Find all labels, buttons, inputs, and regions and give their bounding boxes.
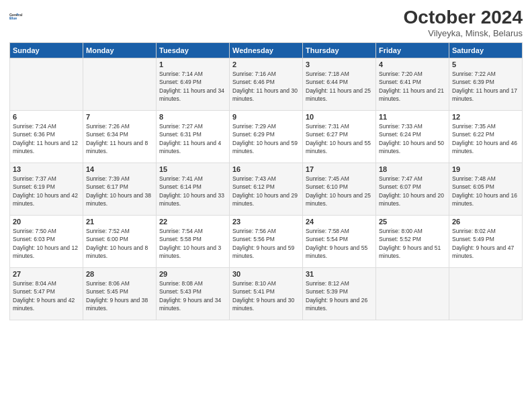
daylight-text: Daylight: 10 hours and 29 minutes. xyxy=(232,192,298,207)
sunrise-text: Sunrise: 8:02 AM xyxy=(452,228,496,234)
sunset-text: Sunset: 5:52 PM xyxy=(379,236,421,242)
sunrise-text: Sunrise: 7:24 AM xyxy=(13,123,56,130)
day-info: Sunrise: 7:22 AM Sunset: 6:39 PM Dayligh… xyxy=(452,70,519,103)
day-number: 29 xyxy=(159,270,226,278)
day-number: 15 xyxy=(159,165,226,173)
daylight-text: Daylight: 9 hours and 38 minutes. xyxy=(86,297,148,312)
day-info: Sunrise: 7:18 AM Sunset: 6:44 PM Dayligh… xyxy=(306,70,373,103)
calendar-body: 1 Sunrise: 7:14 AM Sunset: 6:49 PM Dayli… xyxy=(10,58,523,320)
svg-text:Blue: Blue xyxy=(9,16,17,20)
daylight-text: Daylight: 10 hours and 25 minutes. xyxy=(306,192,371,207)
daylight-text: Daylight: 9 hours and 26 minutes. xyxy=(306,297,367,312)
sunset-text: Sunset: 5:49 PM xyxy=(452,236,494,242)
sunset-text: Sunset: 6:10 PM xyxy=(306,183,348,190)
day-number: 19 xyxy=(452,165,519,173)
sunrise-text: Sunrise: 7:27 AM xyxy=(159,123,203,130)
sunset-text: Sunset: 6:36 PM xyxy=(13,131,55,138)
daylight-text: Daylight: 9 hours and 59 minutes. xyxy=(232,244,294,259)
sunset-text: Sunset: 6:19 PM xyxy=(13,183,55,190)
sunset-text: Sunset: 5:39 PM xyxy=(306,288,348,295)
day-number: 28 xyxy=(86,270,153,278)
day-info: Sunrise: 7:50 AM Sunset: 6:03 PM Dayligh… xyxy=(13,227,80,260)
day-number: 23 xyxy=(232,218,300,226)
sunset-text: Sunset: 6:39 PM xyxy=(452,79,494,85)
day-info: Sunrise: 8:04 AM Sunset: 5:47 PM Dayligh… xyxy=(13,279,80,312)
sunrise-text: Sunrise: 7:47 AM xyxy=(379,175,423,182)
col-sunday: Sunday xyxy=(10,43,83,58)
sunrise-text: Sunrise: 8:06 AM xyxy=(86,280,130,287)
calendar-cell: 16 Sunrise: 7:43 AM Sunset: 6:12 PM Dayl… xyxy=(230,163,303,216)
col-friday: Friday xyxy=(376,43,449,58)
calendar-cell: 27 Sunrise: 8:04 AM Sunset: 5:47 PM Dayl… xyxy=(10,268,83,320)
day-info: Sunrise: 7:35 AM Sunset: 6:22 PM Dayligh… xyxy=(452,122,519,155)
col-tuesday: Tuesday xyxy=(157,43,230,58)
sunrise-text: Sunrise: 7:48 AM xyxy=(452,175,496,182)
calendar-cell: 20 Sunrise: 7:50 AM Sunset: 6:03 PM Dayl… xyxy=(10,216,83,268)
sunrise-text: Sunrise: 7:43 AM xyxy=(232,175,276,182)
sunset-text: Sunset: 5:45 PM xyxy=(86,288,128,295)
day-number: 22 xyxy=(159,218,226,226)
calendar-cell: 18 Sunrise: 7:47 AM Sunset: 6:07 PM Dayl… xyxy=(376,163,449,216)
col-wednesday: Wednesday xyxy=(230,43,303,58)
sunrise-text: Sunrise: 8:08 AM xyxy=(159,280,203,287)
calendar-cell xyxy=(10,58,83,111)
day-number: 24 xyxy=(306,218,373,226)
sunset-text: Sunset: 5:56 PM xyxy=(232,236,275,242)
sunset-text: Sunset: 6:44 PM xyxy=(306,79,348,85)
sunrise-text: Sunrise: 7:58 AM xyxy=(306,228,349,234)
daylight-text: Daylight: 9 hours and 30 minutes. xyxy=(232,297,294,312)
calendar-cell: 5 Sunrise: 7:22 AM Sunset: 6:39 PM Dayli… xyxy=(449,58,523,111)
calendar-cell xyxy=(83,58,157,111)
daylight-text: Daylight: 10 hours and 55 minutes. xyxy=(306,140,371,154)
calendar-week-row: 13 Sunrise: 7:37 AM Sunset: 6:19 PM Dayl… xyxy=(10,163,523,216)
sunrise-text: Sunrise: 7:41 AM xyxy=(159,175,203,182)
daylight-text: Daylight: 11 hours and 25 minutes. xyxy=(306,87,371,102)
calendar-cell: 30 Sunrise: 8:10 AM Sunset: 5:41 PM Dayl… xyxy=(230,268,303,320)
day-info: Sunrise: 7:20 AM Sunset: 6:41 PM Dayligh… xyxy=(379,70,446,103)
calendar-cell: 7 Sunrise: 7:26 AM Sunset: 6:34 PM Dayli… xyxy=(83,111,157,163)
daylight-text: Daylight: 10 hours and 16 minutes. xyxy=(452,192,517,207)
calendar-week-row: 1 Sunrise: 7:14 AM Sunset: 6:49 PM Dayli… xyxy=(10,58,523,111)
day-number: 20 xyxy=(13,218,80,226)
sunrise-text: Sunrise: 7:14 AM xyxy=(159,71,203,77)
day-number: 13 xyxy=(13,165,80,173)
daylight-text: Daylight: 9 hours and 42 minutes. xyxy=(13,297,75,312)
day-info: Sunrise: 7:48 AM Sunset: 6:05 PM Dayligh… xyxy=(452,175,519,208)
daylight-text: Daylight: 10 hours and 50 minutes. xyxy=(379,140,444,154)
daylight-text: Daylight: 10 hours and 59 minutes. xyxy=(232,140,298,154)
sunrise-text: Sunrise: 8:00 AM xyxy=(379,228,423,234)
sunrise-text: Sunrise: 7:16 AM xyxy=(232,71,276,77)
day-info: Sunrise: 8:12 AM Sunset: 5:39 PM Dayligh… xyxy=(306,279,373,312)
logo: General Blue xyxy=(9,7,28,26)
calendar-cell: 10 Sunrise: 7:31 AM Sunset: 6:27 PM Dayl… xyxy=(303,111,376,163)
daylight-text: Daylight: 9 hours and 47 minutes. xyxy=(452,244,514,259)
calendar-cell: 2 Sunrise: 7:16 AM Sunset: 6:46 PM Dayli… xyxy=(230,58,303,111)
daylight-text: Daylight: 9 hours and 55 minutes. xyxy=(306,244,367,259)
sunset-text: Sunset: 6:17 PM xyxy=(86,183,128,190)
daylight-text: Daylight: 10 hours and 33 minutes. xyxy=(159,192,224,207)
calendar-cell: 26 Sunrise: 8:02 AM Sunset: 5:49 PM Dayl… xyxy=(449,216,523,268)
day-info: Sunrise: 7:41 AM Sunset: 6:14 PM Dayligh… xyxy=(159,175,226,208)
day-number: 25 xyxy=(379,218,446,226)
day-info: Sunrise: 7:47 AM Sunset: 6:07 PM Dayligh… xyxy=(379,175,446,208)
calendar-cell: 21 Sunrise: 7:52 AM Sunset: 6:00 PM Dayl… xyxy=(83,216,157,268)
sunrise-text: Sunrise: 7:20 AM xyxy=(379,71,423,77)
day-info: Sunrise: 7:26 AM Sunset: 6:34 PM Dayligh… xyxy=(86,122,153,155)
day-info: Sunrise: 7:39 AM Sunset: 6:17 PM Dayligh… xyxy=(86,175,153,208)
calendar-cell: 15 Sunrise: 7:41 AM Sunset: 6:14 PM Dayl… xyxy=(157,163,230,216)
sunset-text: Sunset: 5:41 PM xyxy=(232,288,275,295)
daylight-text: Daylight: 10 hours and 12 minutes. xyxy=(13,244,78,259)
day-number: 14 xyxy=(86,165,153,173)
sunrise-text: Sunrise: 8:10 AM xyxy=(232,280,276,287)
sunset-text: Sunset: 6:46 PM xyxy=(232,79,275,85)
calendar-cell: 19 Sunrise: 7:48 AM Sunset: 6:05 PM Dayl… xyxy=(449,163,523,216)
day-info: Sunrise: 8:00 AM Sunset: 5:52 PM Dayligh… xyxy=(379,227,446,260)
sunset-text: Sunset: 6:07 PM xyxy=(379,183,421,190)
calendar-table: Sunday Monday Tuesday Wednesday Thursday… xyxy=(9,42,523,320)
header-row: Sunday Monday Tuesday Wednesday Thursday… xyxy=(10,43,523,58)
calendar-cell: 3 Sunrise: 7:18 AM Sunset: 6:44 PM Dayli… xyxy=(303,58,376,111)
location-subtitle: Vilyeyka, Minsk, Belarus xyxy=(404,28,523,38)
calendar-cell: 11 Sunrise: 7:33 AM Sunset: 6:24 PM Dayl… xyxy=(376,111,449,163)
sunrise-text: Sunrise: 7:35 AM xyxy=(452,123,496,130)
day-info: Sunrise: 7:24 AM Sunset: 6:36 PM Dayligh… xyxy=(13,122,80,155)
